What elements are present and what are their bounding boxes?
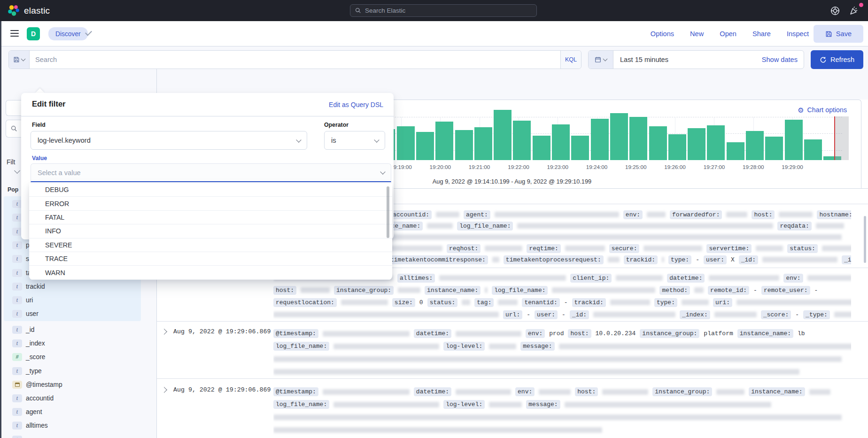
field-badge[interactable]: client_ip: — [570, 274, 612, 283]
dropdown-option-severe[interactable]: SEVERE — [29, 238, 392, 252]
field-badge[interactable]: log_file_name: — [492, 286, 548, 295]
field-badge[interactable]: log-level: — [443, 400, 485, 409]
breadcrumb[interactable]: Discover — [48, 27, 88, 40]
field-badge[interactable]: requestlocation: — [273, 298, 337, 307]
field-badge[interactable]: servertime: — [706, 244, 752, 253]
histogram-bar[interactable] — [494, 110, 512, 160]
histogram-bar[interactable] — [513, 121, 531, 160]
field-badge[interactable]: host: — [752, 210, 775, 219]
histogram-bar[interactable] — [610, 113, 628, 160]
field-badge[interactable]: host: — [575, 387, 598, 396]
field-badge[interactable]: reqtime: — [527, 244, 560, 253]
histogram-bar[interactable] — [707, 125, 725, 160]
field-badge[interactable]: instance_name: — [425, 286, 480, 295]
field-badge[interactable]: _type: — [803, 310, 830, 319]
histogram-bar[interactable] — [474, 127, 492, 160]
histogram-bar[interactable] — [765, 137, 783, 160]
field-badge[interactable]: env: — [783, 274, 803, 283]
field-badge[interactable]: method: — [659, 286, 690, 295]
kql-search-input[interactable]: Search — [30, 51, 560, 69]
field-badge[interactable]: forwardedfor: — [670, 210, 722, 219]
field-select[interactable]: log-level.keyword — [31, 131, 307, 150]
sidebar-field-item[interactable]: ttrackid — [4, 280, 141, 293]
field-badge[interactable]: reqhost: — [447, 244, 480, 253]
field-badge[interactable]: agent: — [464, 210, 490, 219]
nav-action-options[interactable]: Options — [651, 30, 674, 38]
field-badge[interactable]: status: — [787, 244, 818, 253]
field-badge[interactable]: _id: — [570, 310, 589, 319]
global-search-input[interactable]: Search Elastic — [350, 4, 537, 17]
field-badge[interactable]: trackid: — [572, 298, 606, 307]
field-badge[interactable]: log-level: — [443, 342, 485, 351]
expand-row-icon[interactable] — [161, 387, 167, 393]
histogram-bar[interactable] — [397, 126, 415, 160]
field-badge[interactable]: log_file_name: — [273, 400, 329, 409]
field-badge[interactable]: size: — [392, 298, 415, 307]
field-badge[interactable]: user: — [535, 310, 558, 319]
field-badge[interactable]: host: — [273, 286, 296, 295]
field-badge[interactable]: @timestamp: — [273, 387, 318, 396]
field-badge[interactable]: log_file_name: — [457, 222, 513, 231]
field-badge[interactable]: tag: — [474, 298, 494, 307]
field-badge[interactable]: datetime: — [414, 387, 451, 396]
field-badge[interactable]: url: — [503, 310, 522, 319]
show-dates-button[interactable]: Show dates — [762, 56, 798, 63]
field-badge[interactable]: alltimes: — [397, 274, 435, 283]
dropdown-option-trace[interactable]: TRACE — [29, 252, 392, 266]
sidebar-field-item[interactable]: t_id — [4, 323, 141, 337]
sidebar-field-item[interactable]: taccountid — [4, 392, 141, 405]
field-badge[interactable]: type: — [654, 298, 677, 307]
field-badge[interactable]: env: — [515, 387, 535, 396]
field-badge[interactable]: log_file_name: — [273, 342, 329, 351]
histogram-bar[interactable] — [591, 119, 609, 160]
histogram-bar[interactable] — [435, 122, 453, 160]
histogram-bar[interactable] — [688, 128, 705, 160]
field-badge[interactable]: host: — [568, 329, 591, 338]
field-badge[interactable]: remote_user: — [761, 286, 810, 295]
field-badge[interactable]: trackid: — [624, 255, 658, 264]
field-badge[interactable]: message: — [526, 400, 560, 409]
field-badge[interactable]: reqdata: — [777, 222, 811, 231]
field-badge[interactable]: instance_name: — [737, 329, 793, 338]
field-badge[interactable]: instance_group: — [334, 286, 394, 295]
field-badge[interactable]: datetime: — [667, 274, 705, 283]
field-badge[interactable]: timetakentoprocessrequest: — [504, 255, 604, 264]
histogram-bar[interactable] — [416, 132, 434, 160]
sidebar-field-item[interactable]: #_score — [4, 350, 141, 364]
field-badge[interactable]: env: — [526, 329, 545, 338]
menu-icon[interactable] — [10, 30, 19, 37]
histogram-bar[interactable] — [727, 142, 744, 160]
field-badge[interactable]: hostname: — [817, 210, 851, 219]
filter-by-type-label[interactable]: Filt — [7, 159, 15, 166]
histogram-bar[interactable] — [785, 120, 803, 160]
histogram-bar[interactable] — [552, 124, 570, 160]
field-badge[interactable]: _score: — [761, 310, 791, 319]
chevron-down-icon[interactable] — [14, 168, 20, 174]
sidebar-field-item[interactable]: tappname — [4, 433, 141, 438]
help-icon[interactable] — [829, 5, 841, 16]
field-badge[interactable]: type: — [668, 255, 691, 264]
operator-select[interactable]: is — [324, 131, 385, 150]
date-quick-menu-button[interactable] — [589, 51, 613, 69]
histogram-bar[interactable] — [804, 139, 822, 160]
field-badge[interactable]: uri: — [713, 298, 732, 307]
sidebar-field-item[interactable]: t_type — [4, 364, 141, 378]
nav-action-share[interactable]: Share — [752, 30, 771, 38]
histogram-bar[interactable] — [746, 131, 764, 160]
field-badge[interactable]: message: — [520, 342, 554, 351]
field-badge[interactable]: timetakentocommitresponse: — [388, 255, 488, 264]
field-badge[interactable]: instance_name: — [749, 387, 805, 396]
nav-action-new[interactable]: New — [690, 30, 704, 38]
edit-as-query-dsl-link[interactable]: Edit as Query DSL — [329, 101, 383, 108]
chart-options-button[interactable]: ⚙ Chart options — [798, 106, 847, 114]
field-badge[interactable]: status: — [427, 298, 458, 307]
histogram-bar[interactable] — [571, 136, 589, 160]
field-badge[interactable]: _index: — [680, 310, 710, 319]
dropdown-option-debug[interactable]: DEBUG — [29, 183, 392, 197]
dropdown-option-info[interactable]: INFO — [29, 224, 392, 238]
dropdown-option-fatal[interactable]: FATAL — [29, 211, 392, 224]
field-badge[interactable]: tenantid: — [522, 298, 559, 307]
save-button[interactable]: Save — [814, 25, 863, 43]
field-badge[interactable]: instance_group: — [652, 387, 712, 396]
field-badge[interactable]: secure: — [609, 244, 640, 253]
